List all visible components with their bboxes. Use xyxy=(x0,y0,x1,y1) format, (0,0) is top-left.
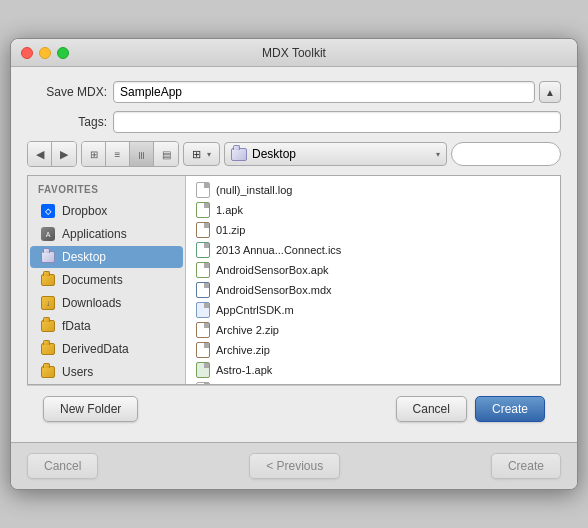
sidebar-item-users[interactable]: Users xyxy=(30,361,183,383)
outer-cancel-button[interactable]: Cancel xyxy=(27,453,98,479)
sidebar-item-fdata[interactable]: fData xyxy=(30,315,183,337)
minimize-button[interactable] xyxy=(39,47,51,59)
file-browser: FAVORITES ◇ Dropbox A Applications xyxy=(27,175,561,385)
users-folder-icon xyxy=(40,364,56,380)
back-button[interactable]: ◀ xyxy=(28,142,52,166)
sidebar-item-label: Downloads xyxy=(62,296,121,310)
cover-flow-button[interactable]: ▤ xyxy=(154,142,178,166)
sidebar-item-label: Desktop xyxy=(62,250,106,264)
arrange-button[interactable]: ⊞ ▾ xyxy=(183,142,220,166)
location-label: Desktop xyxy=(252,147,296,161)
location-dropdown[interactable]: Desktop ▾ xyxy=(224,142,447,166)
outer-create-button[interactable]: Create xyxy=(491,453,561,479)
file-item[interactable]: CertificateSi...ningRequest xyxy=(186,380,560,384)
column-view-button[interactable]: ⫼ xyxy=(130,142,154,166)
sidebar-item-label: Applications xyxy=(62,227,127,241)
file-item[interactable]: Archive 2.zip xyxy=(186,320,560,340)
file-name: Astro-1.apk xyxy=(216,364,272,376)
tags-label: Tags: xyxy=(27,115,107,129)
cancel-button[interactable]: Cancel xyxy=(396,396,467,422)
file-item[interactable]: 2013 Annua...Connect.ics xyxy=(186,240,560,260)
file-icon xyxy=(196,322,210,338)
sidebar-item-downloads[interactable]: ↓ Downloads xyxy=(30,292,183,314)
close-button[interactable] xyxy=(21,47,33,59)
file-icon xyxy=(196,242,210,258)
file-icon xyxy=(196,302,210,318)
nav-btn-group: ◀ ▶ xyxy=(27,141,77,167)
save-mdx-row: Save MDX: ▲ xyxy=(27,81,561,103)
search-input[interactable] xyxy=(451,142,561,166)
search-wrap: ⌕ xyxy=(451,142,561,166)
outer-bottom-bar: Cancel < Previous Create xyxy=(11,442,577,489)
location-folder-icon xyxy=(231,148,247,161)
new-folder-button[interactable]: New Folder xyxy=(43,396,138,422)
file-list: (null)_install.log 1.apk 01.zip 2013 Ann… xyxy=(186,176,560,384)
location-chevron-icon: ▾ xyxy=(436,150,440,159)
expand-button[interactable]: ▲ xyxy=(539,81,561,103)
file-icon xyxy=(196,362,210,378)
list-view-button[interactable]: ≡ xyxy=(106,142,130,166)
sidebar-item-label: Documents xyxy=(62,273,123,287)
file-name: AndroidSensorBox.mdx xyxy=(216,284,332,296)
file-name: 01.zip xyxy=(216,224,245,236)
confirm-buttons: Cancel Create xyxy=(396,396,545,422)
file-icon xyxy=(196,222,210,238)
window-title: MDX Toolkit xyxy=(262,46,326,60)
downloads-icon: ↓ xyxy=(40,295,56,311)
arrange-icon: ⊞ xyxy=(192,148,201,161)
sidebar-item-label: DerivedData xyxy=(62,342,129,356)
file-item[interactable]: 01.zip xyxy=(186,220,560,240)
sidebar: FAVORITES ◇ Dropbox A Applications xyxy=(28,176,186,384)
file-name: 1.apk xyxy=(216,204,243,216)
outer-previous-button[interactable]: < Previous xyxy=(249,453,340,479)
arrange-chevron: ▾ xyxy=(207,150,211,159)
file-item[interactable]: Archive.zip xyxy=(186,340,560,360)
tags-row: Tags: xyxy=(27,111,561,133)
icon-view-button[interactable]: ⊞ xyxy=(82,142,106,166)
fdata-icon xyxy=(40,318,56,334)
sidebar-item-label: Dropbox xyxy=(62,204,107,218)
create-button[interactable]: Create xyxy=(475,396,545,422)
file-item[interactable]: (null)_install.log xyxy=(186,180,560,200)
file-name: Archive 2.zip xyxy=(216,324,279,336)
file-item[interactable]: 1.apk xyxy=(186,200,560,220)
deriveddata-icon xyxy=(40,341,56,357)
file-icon xyxy=(196,262,210,278)
file-icon xyxy=(196,282,210,298)
window-controls xyxy=(21,47,69,59)
file-item[interactable]: AndroidSensorBox.apk xyxy=(186,260,560,280)
file-name: (null)_install.log xyxy=(216,184,292,196)
sidebar-item-desktop[interactable]: Desktop xyxy=(30,246,183,268)
file-item[interactable]: AndroidSensorBox.mdx xyxy=(186,280,560,300)
save-dialog-window: MDX Toolkit Save MDX: ▲ Tags: ◀ ▶ ⊞ ≡ ⫼ xyxy=(10,38,578,490)
toolbar-row: ◀ ▶ ⊞ ≡ ⫼ ▤ ⊞ ▾ Desktop ▾ xyxy=(27,141,561,167)
title-bar: MDX Toolkit xyxy=(11,39,577,67)
file-name: AppCntrlSDK.m xyxy=(216,304,294,316)
file-icon xyxy=(196,202,210,218)
file-icon xyxy=(196,342,210,358)
file-item[interactable]: AppCntrlSDK.m xyxy=(186,300,560,320)
maximize-button[interactable] xyxy=(57,47,69,59)
save-mdx-input[interactable] xyxy=(113,81,535,103)
sidebar-item-applications[interactable]: A Applications xyxy=(30,223,183,245)
file-name: 2013 Annua...Connect.ics xyxy=(216,244,341,256)
sidebar-item-label: Users xyxy=(62,365,93,379)
dropbox-icon: ◇ xyxy=(40,203,56,219)
sidebar-item-deriveddata[interactable]: DerivedData xyxy=(30,338,183,360)
file-name: AndroidSensorBox.apk xyxy=(216,264,329,276)
sidebar-item-label: fData xyxy=(62,319,91,333)
sidebar-item-dropbox[interactable]: ◇ Dropbox xyxy=(30,200,183,222)
action-row: New Folder Cancel Create xyxy=(27,385,561,432)
tags-input[interactable] xyxy=(113,111,561,133)
sidebar-section-favorites: FAVORITES xyxy=(28,182,185,199)
location-inner: Desktop xyxy=(231,147,296,161)
sidebar-item-documents[interactable]: Documents xyxy=(30,269,183,291)
dialog-content: Save MDX: ▲ Tags: ◀ ▶ ⊞ ≡ ⫼ ▤ xyxy=(11,67,577,442)
file-name: Archive.zip xyxy=(216,344,270,356)
forward-button[interactable]: ▶ xyxy=(52,142,76,166)
file-icon xyxy=(196,182,210,198)
file-item[interactable]: Astro-1.apk xyxy=(186,360,560,380)
save-mdx-label: Save MDX: xyxy=(27,85,107,99)
applications-icon: A xyxy=(40,226,56,242)
view-btn-group: ⊞ ≡ ⫼ ▤ xyxy=(81,141,179,167)
